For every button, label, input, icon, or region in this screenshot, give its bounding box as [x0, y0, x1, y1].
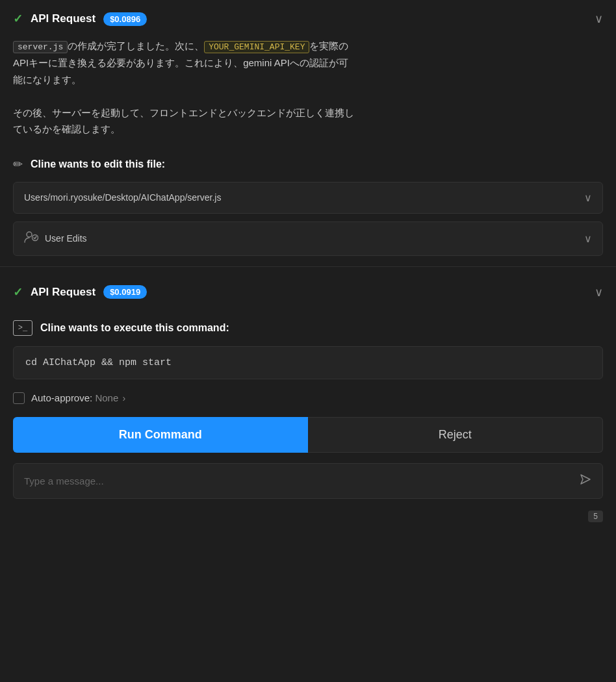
auto-approve-label-text: Auto-approve:	[31, 392, 92, 403]
run-command-button[interactable]: Run Command	[13, 417, 308, 453]
file-path-text: Users/mori.ryosuke/Desktop/AIChatApp/ser…	[24, 192, 221, 203]
number-badge: 5	[588, 511, 603, 522]
japanese-text-p2: その後、サーバーを起動して、フロントエンドとバックエンドが正しく連携しているかを…	[13, 105, 603, 138]
check-icon-1: ✓	[13, 12, 23, 26]
auto-approve-row[interactable]: Auto-approve: None ›	[0, 383, 616, 413]
bottom-bar: 5	[0, 505, 616, 527]
chevron-down-icon-user-edits: ∨	[584, 233, 592, 245]
message-input-area[interactable]: Type a message...	[13, 463, 603, 499]
command-box: cd AIChatApp && npm start	[13, 346, 603, 379]
chevron-down-icon-file: ∨	[584, 192, 592, 204]
message-placeholder-text: Type a message...	[24, 475, 579, 486]
inline-code-server-js: server.js	[13, 41, 68, 53]
svg-point-0	[27, 232, 32, 237]
chevron-right-icon-approve: ›	[122, 393, 125, 403]
file-path-row[interactable]: Users/mori.ryosuke/Desktop/AIChatApp/ser…	[13, 182, 603, 214]
chevron-down-icon-2: ∨	[595, 285, 603, 299]
send-icon[interactable]	[579, 473, 592, 489]
divider-1	[0, 266, 616, 267]
auto-approve-checkbox[interactable]	[13, 392, 25, 404]
api-request-label-2: API Request	[31, 286, 96, 299]
api-request-label-1: API Request	[31, 12, 96, 25]
command-section-header: >_ Cline wants to execute this command:	[0, 311, 616, 342]
cost-badge-1: $0.0896	[103, 12, 147, 26]
api-request-row-1[interactable]: ✓ API Request $0.0896 ∨	[0, 0, 616, 38]
pencil-icon: ✏	[13, 157, 23, 171]
edit-section-header: ✏ Cline wants to edit this file:	[0, 148, 616, 178]
auto-approve-label: Auto-approve: None ›	[31, 392, 125, 403]
user-edits-left: User Edits	[24, 231, 87, 246]
api-request-row-2[interactable]: ✓ API Request $0.0919 ∨	[0, 273, 616, 311]
japanese-text-p1-pre: の作成が完了しました。次に、	[68, 40, 204, 51]
user-edits-icon	[24, 231, 38, 246]
user-edits-label: User Edits	[45, 233, 87, 244]
edit-section-title: Cline wants to edit this file:	[31, 158, 165, 170]
terminal-icon: >_	[13, 320, 32, 336]
command-text: cd AIChatApp && npm start	[25, 357, 172, 368]
action-button-row: Run Command Reject	[13, 417, 603, 453]
chevron-down-icon-1: ∨	[595, 12, 603, 26]
inline-code-api-key: YOUR_GEMINI_API_KEY	[204, 41, 309, 53]
main-container: ✓ API Request $0.0896 ∨ server.jsの作成が完了し…	[0, 0, 616, 682]
check-icon-2: ✓	[13, 285, 23, 299]
japanese-text-area: server.jsの作成が完了しました。次に、YOUR_GEMINI_API_K…	[0, 38, 616, 148]
cost-badge-2: $0.0919	[103, 285, 147, 299]
command-header-text: Cline wants to execute this command:	[40, 322, 229, 334]
auto-approve-value: None	[95, 392, 118, 403]
reject-button[interactable]: Reject	[308, 417, 604, 453]
user-edits-row[interactable]: User Edits ∨	[13, 221, 603, 256]
